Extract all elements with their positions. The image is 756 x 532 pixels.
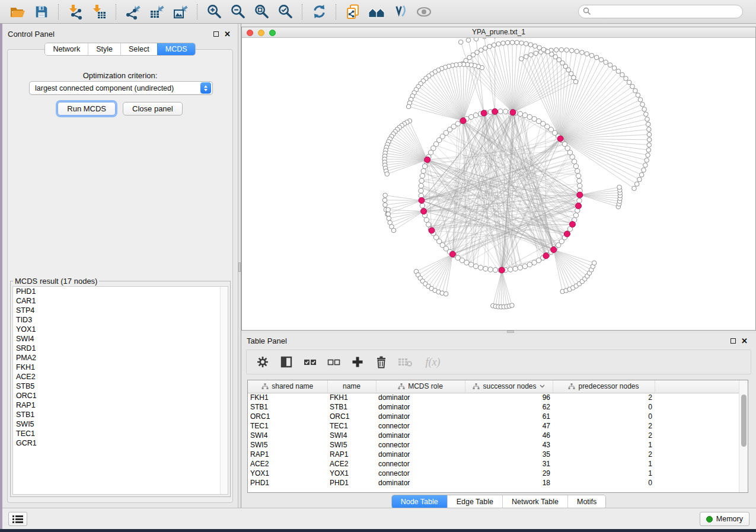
graph-leaf-node[interactable] (458, 40, 463, 44)
deselect-all-button[interactable] (326, 354, 342, 370)
column-header-shared-name[interactable]: shared name (248, 380, 327, 393)
graph-leaf-node[interactable] (617, 185, 622, 190)
graph-leaf-node[interactable] (592, 261, 596, 265)
graph-leaf-node[interactable] (645, 158, 649, 163)
close-panel-icon[interactable]: ✕ (741, 337, 748, 345)
mcds-result-item[interactable]: RAP1 (13, 400, 228, 410)
tab-network[interactable]: Network (45, 43, 88, 55)
import-network-button[interactable] (63, 2, 87, 21)
graph-hub-node[interactable] (419, 197, 425, 203)
graph-hub-node[interactable] (425, 157, 430, 163)
tab-node-table[interactable]: Node Table (392, 495, 447, 508)
graph-hub-node[interactable] (460, 118, 466, 124)
graph-node[interactable] (518, 111, 522, 116)
open-session-button[interactable] (6, 2, 30, 21)
graph-leaf-node[interactable] (575, 49, 579, 54)
mcds-result-item[interactable]: PHD1 (13, 287, 228, 296)
tab-network-table[interactable]: Network Table (502, 495, 567, 508)
graph-node[interactable] (419, 178, 424, 183)
zoom-fit-button[interactable] (250, 2, 273, 21)
graph-hub-node[interactable] (429, 227, 435, 233)
graph-leaf-node[interactable] (501, 41, 506, 46)
graph-leaf-node[interactable] (533, 44, 538, 49)
mcds-result-item[interactable]: STB5 (13, 382, 228, 391)
graph-leaf-node[interactable] (569, 49, 574, 53)
graph-leaf-node[interactable] (479, 48, 484, 53)
zoom-in-button[interactable] (202, 2, 226, 21)
graph-hub-node[interactable] (499, 267, 505, 273)
graph-hub-node[interactable] (577, 192, 583, 198)
graph-node[interactable] (573, 164, 578, 168)
mcds-result-list[interactable]: PHD1CAR1STP4TID3YOX1SWI4SRD1PMA2FKH1ACE2… (12, 286, 228, 495)
graph-leaf-node[interactable] (644, 112, 649, 117)
mcds-result-item[interactable]: GCR1 (13, 438, 228, 448)
graph-node[interactable] (473, 113, 478, 117)
graph-hub-node[interactable] (421, 209, 427, 214)
save-session-button[interactable] (30, 2, 53, 21)
graph-node[interactable] (578, 183, 582, 188)
mcds-result-item[interactable]: SRD1 (13, 344, 228, 353)
graph-leaf-node[interactable] (529, 53, 534, 57)
network-canvas[interactable] (242, 38, 755, 330)
graph-leaf-node[interactable] (632, 186, 637, 191)
graph-node[interactable] (419, 188, 423, 193)
graph-hub-node[interactable] (569, 222, 575, 227)
graph-leaf-node[interactable] (519, 56, 524, 61)
table-row[interactable]: PHD1PHD1dominator180 (248, 478, 740, 488)
window-minimize-icon[interactable] (258, 30, 264, 36)
graph-leaf-node[interactable] (383, 193, 388, 198)
graph-leaf-node[interactable] (505, 40, 510, 45)
label-visibility-button[interactable] (388, 2, 412, 21)
graph-node[interactable] (513, 266, 518, 271)
column-header-predecessor-nodes[interactable]: predecessor nodes (553, 380, 655, 393)
graph-node[interactable] (464, 260, 469, 265)
graph-leaf-node[interactable] (387, 216, 391, 221)
graph-leaf-node[interactable] (608, 63, 613, 68)
table-scrollbar[interactable] (739, 380, 748, 492)
graph-node[interactable] (493, 268, 497, 273)
graph-node[interactable] (522, 113, 527, 117)
network-graph[interactable] (242, 38, 755, 330)
graph-leaf-node[interactable] (386, 207, 391, 212)
graph-leaf-node[interactable] (466, 38, 471, 42)
graph-leaf-node[interactable] (647, 137, 652, 142)
graph-node[interactable] (527, 262, 532, 267)
splitter-grip[interactable] (507, 331, 514, 333)
graph-leaf-node[interactable] (510, 303, 515, 308)
float-panel-icon[interactable] (213, 31, 219, 37)
graph-leaf-node[interactable] (636, 93, 640, 98)
graph-leaf-node[interactable] (383, 203, 388, 207)
graph-leaf-node[interactable] (599, 57, 604, 62)
mcds-result-item[interactable]: SWI4 (13, 334, 228, 344)
table-row[interactable]: ACE2ACE2connector311 (248, 459, 740, 469)
graph-leaf-node[interactable] (645, 117, 650, 121)
graph-hub-node[interactable] (510, 110, 516, 116)
graph-leaf-node[interactable] (647, 127, 652, 132)
tab-edge-table[interactable]: Edge Table (447, 495, 502, 508)
mcds-result-item[interactable]: SWI5 (13, 419, 228, 429)
graph-leaf-node[interactable] (612, 66, 617, 70)
graph-leaf-node[interactable] (382, 198, 387, 203)
graph-node[interactable] (577, 178, 582, 183)
table-scrollbar-thumb[interactable] (741, 395, 747, 447)
graph-node[interactable] (419, 183, 423, 188)
graph-leaf-node[interactable] (639, 172, 644, 177)
graph-hub-node[interactable] (564, 231, 570, 237)
mcds-result-item[interactable]: STP4 (13, 306, 228, 315)
mcds-result-item[interactable]: TID3 (13, 315, 228, 325)
splitter-grip[interactable] (238, 262, 241, 272)
graph-leaf-node[interactable] (616, 69, 621, 74)
tab-style[interactable]: Style (88, 43, 120, 55)
table-row[interactable]: STB1STB1dominator620 (248, 402, 740, 412)
memory-button[interactable]: Memory (700, 512, 749, 526)
graph-leaf-node[interactable] (546, 50, 550, 55)
graph-node[interactable] (420, 174, 425, 178)
graph-leaf-node[interactable] (646, 148, 651, 152)
first-neighbors-button[interactable] (365, 2, 388, 21)
graph-leaf-node[interactable] (559, 47, 564, 52)
graph-node[interactable] (468, 262, 473, 267)
mcds-result-item[interactable]: STB1 (13, 410, 228, 419)
task-history-button[interactable] (8, 512, 27, 526)
export-network-button[interactable] (121, 2, 145, 21)
graph-node[interactable] (473, 264, 478, 268)
